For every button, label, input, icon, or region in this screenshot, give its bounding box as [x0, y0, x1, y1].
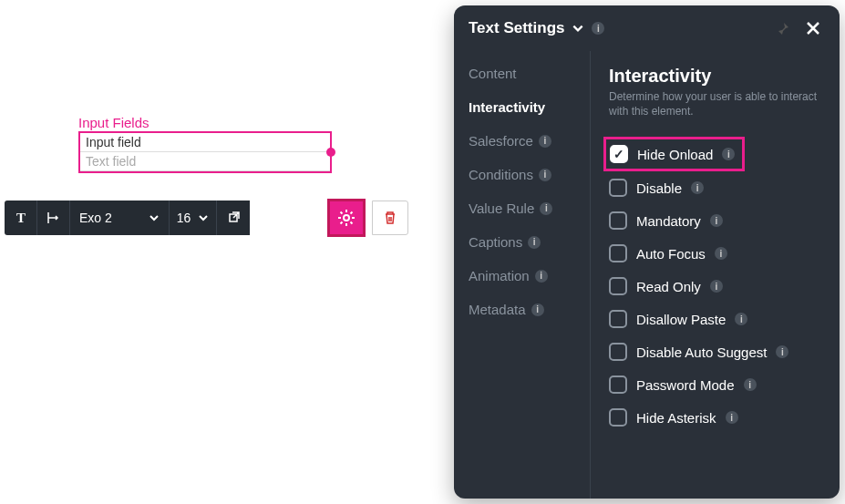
panel-header: Text Settings i [454, 5, 840, 51]
delete-button[interactable] [372, 201, 408, 235]
option-label: Hide Onload [637, 147, 713, 162]
option-read-only[interactable]: Read Onlyi [609, 270, 821, 303]
pin-icon [776, 21, 790, 36]
option-disable[interactable]: Disablei [609, 171, 821, 204]
sidebar-item-salesforce[interactable]: Salesforcei [469, 133, 590, 149]
sidebar-item-interactivity[interactable]: Interactivity [469, 99, 590, 115]
font-size-select[interactable]: 16 [170, 201, 218, 235]
svg-text:T: T [15, 211, 25, 225]
font-size-value: 16 [177, 211, 191, 225]
text-style-button[interactable]: T [5, 201, 37, 235]
option-label: Disable Auto Suggest [636, 345, 767, 360]
info-icon[interactable]: i [715, 247, 727, 260]
settings-gear-button[interactable] [327, 199, 366, 237]
option-label: Disallow Paste [636, 312, 726, 327]
align-button[interactable] [37, 201, 70, 235]
checkbox[interactable] [609, 310, 627, 328]
chevron-down-icon [198, 212, 209, 223]
sidebar-item-label: Conditions [469, 167, 533, 182]
align-left-icon [46, 211, 61, 225]
chevron-down-icon[interactable] [572, 22, 584, 35]
sidebar-item-label: Metadata [469, 302, 526, 317]
canvas-area: Input Fields Input field Text field T Ex… [0, 0, 456, 504]
checkbox[interactable] [609, 277, 627, 295]
option-hide-asterisk[interactable]: Hide Asteriski [609, 401, 821, 434]
option-hide-onload[interactable]: Hide Onloadi [603, 137, 745, 171]
option-label: Password Mode [636, 377, 735, 393]
external-link-icon [226, 211, 241, 225]
sidebar-item-animation[interactable]: Animationi [469, 268, 590, 283]
pin-button[interactable] [772, 17, 794, 39]
info-icon[interactable]: i [539, 135, 551, 148]
info-icon[interactable]: i [592, 22, 604, 35]
selected-input-element[interactable]: Input field Text field [78, 131, 332, 173]
checkbox[interactable] [610, 145, 628, 163]
font-family-value: Exo 2 [79, 211, 112, 225]
checkbox[interactable] [609, 375, 627, 394]
info-icon[interactable]: i [539, 169, 551, 181]
trash-icon [383, 211, 397, 225]
sidebar-item-label: Animation [469, 268, 530, 283]
option-label: Disable [636, 180, 682, 196]
input-field-label[interactable]: Input field [80, 133, 330, 152]
sidebar-item-label: Content [469, 66, 517, 81]
info-icon[interactable]: i [691, 181, 704, 194]
panel-body: ContentInteractivitySalesforceiCondition… [454, 51, 840, 499]
close-button[interactable] [801, 16, 825, 40]
gear-icon [337, 209, 356, 227]
info-icon[interactable]: i [535, 270, 548, 283]
content-title: Interactivity [609, 66, 821, 87]
option-label: Auto Focus [636, 246, 706, 262]
formatting-toolbar: T Exo 2 16 [5, 201, 250, 235]
checkbox[interactable] [609, 179, 627, 197]
content-subtitle: Determine how your user is able to inter… [609, 90, 821, 118]
sidebar-item-label: Interactivity [469, 99, 545, 115]
info-icon[interactable]: i [710, 280, 723, 293]
font-family-select[interactable]: Exo 2 [70, 201, 170, 235]
input-field-placeholder[interactable]: Text field [80, 152, 330, 171]
info-icon[interactable]: i [531, 303, 544, 316]
sidebar-item-captions[interactable]: Captionsi [469, 234, 590, 250]
expand-button[interactable] [217, 201, 250, 235]
option-label: Hide Asterisk [636, 410, 716, 426]
option-password-mode[interactable]: Password Modei [609, 368, 821, 401]
info-icon[interactable]: i [726, 411, 738, 424]
chevron-down-icon [149, 212, 160, 223]
close-icon [805, 20, 821, 36]
sidebar-item-value-rule[interactable]: Value Rulei [469, 201, 590, 216]
option-label: Mandatory [636, 213, 701, 229]
text-icon: T [14, 211, 28, 225]
sidebar-item-label: Captions [469, 234, 522, 250]
info-icon[interactable]: i [776, 345, 788, 358]
panel-content: Interactivity Determine how your user is… [591, 51, 840, 499]
checkbox[interactable] [609, 408, 627, 427]
option-label: Read Only [636, 279, 701, 294]
sidebar-item-label: Value Rule [469, 201, 534, 216]
sidebar-item-content[interactable]: Content [469, 66, 590, 81]
info-icon[interactable]: i [744, 378, 757, 391]
panel-sidebar: ContentInteractivitySalesforceiCondition… [454, 51, 591, 499]
option-disallow-paste[interactable]: Disallow Pastei [609, 303, 821, 335]
option-disable-auto-suggest[interactable]: Disable Auto Suggesti [609, 335, 821, 368]
info-icon[interactable]: i [722, 148, 735, 160]
info-icon[interactable]: i [528, 236, 541, 249]
info-icon[interactable]: i [540, 202, 552, 215]
sidebar-item-label: Salesforce [469, 133, 533, 149]
info-icon[interactable]: i [710, 214, 723, 227]
panel-title: Text Settings [469, 19, 564, 37]
option-auto-focus[interactable]: Auto Focusi [609, 237, 821, 270]
sidebar-item-metadata[interactable]: Metadatai [469, 302, 590, 317]
option-mandatory[interactable]: Mandatoryi [609, 204, 821, 237]
resize-handle[interactable] [326, 148, 335, 157]
svg-point-1 [344, 215, 349, 221]
checkbox[interactable] [609, 244, 627, 262]
element-type-label: Input Fields [78, 115, 149, 130]
sidebar-item-conditions[interactable]: Conditionsi [469, 167, 590, 182]
text-settings-panel: Text Settings i ContentInteractivitySale… [454, 5, 840, 499]
info-icon[interactable]: i [735, 313, 747, 325]
checkbox[interactable] [609, 343, 627, 361]
checkbox[interactable] [609, 211, 627, 230]
